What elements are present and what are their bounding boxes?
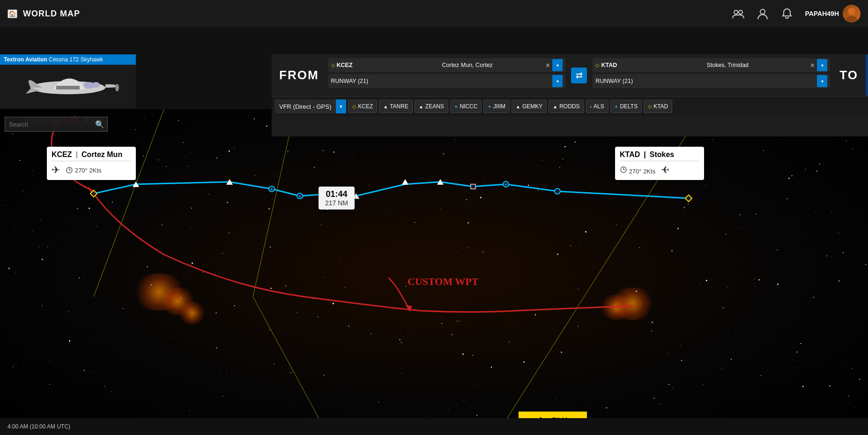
current-time: 4:00 AM (10:00 AM UTC) xyxy=(7,423,70,430)
from-inputs-group: ◇ KCEZ Cortez Mun, Cortez ✕ ▾ RUNWAY (21… xyxy=(326,54,568,96)
waypoint-delts-button[interactable]: + DELTS xyxy=(610,100,642,113)
aircraft-model: Cessna 172 Skyhawk xyxy=(49,56,103,63)
top-nav-bar: 🏠 WORLD MAP PAPAH49H xyxy=(0,0,868,27)
from-clear-button[interactable]: ✕ xyxy=(545,62,550,69)
from-runway-row: RUNWAY (21) ▾ xyxy=(328,74,566,88)
depart-icon: ✈ xyxy=(52,164,60,176)
to-inputs-group: ◇ KTAD Stokes, Trinidad ✕ ▾ RUNWAY (21) … xyxy=(591,54,832,96)
map-search-input[interactable] xyxy=(5,121,91,128)
notifications-button[interactable] xyxy=(780,7,794,20)
user-profile[interactable]: PAPAH49H xyxy=(805,5,861,22)
to-airport-dropdown[interactable]: ▾ xyxy=(817,59,827,71)
community-button[interactable] xyxy=(732,7,745,20)
aircraft-image xyxy=(0,65,136,108)
vfr-selector: VFR (Direct - GPS) ▾ xyxy=(274,99,346,113)
to-airport-input-row: ◇ KTAD Stokes, Trinidad ✕ ▾ xyxy=(593,58,830,72)
ete-time: 01:44 xyxy=(325,189,348,199)
waypoint-als-button[interactable]: ▪ ALS xyxy=(586,100,608,113)
map-ktad-marker[interactable] xyxy=(686,195,691,201)
home-icon: 🏠 xyxy=(8,10,16,17)
to-runway-dropdown[interactable]: ▾ xyxy=(817,75,827,87)
map-niccc-marker[interactable]: + xyxy=(268,186,275,192)
username-label: PAPAH49H xyxy=(805,10,839,17)
jiiim-plus-icon: + xyxy=(488,103,491,110)
niccc-plus-icon: + xyxy=(454,103,458,110)
map-delts-marker[interactable]: + xyxy=(503,181,509,188)
to-label: TO xyxy=(832,68,866,82)
ktad-popup-code: KTAD xyxy=(620,150,640,159)
waypoint-rodds-button[interactable]: ▲ RODDS xyxy=(549,100,584,113)
rodds-triangle-icon: ▲ xyxy=(553,104,557,109)
map-search-bar: 🔍 xyxy=(5,117,108,132)
from-airport-dropdown[interactable]: ▾ xyxy=(552,59,563,71)
map-search-button[interactable]: 🔍 xyxy=(91,120,108,129)
flight-conditions-panel: FLIGHT CONDITIONS ☀ xyxy=(866,54,868,96)
ktad-wind: 270° 2Kts xyxy=(620,166,655,175)
kcez-diamond-icon: ◇ xyxy=(352,104,356,110)
map-area[interactable]: AT LONG 9.9N, 9.9W CUSTOM WPT + + xyxy=(0,109,868,435)
waypoint-jiiim-button[interactable]: + JIIIM xyxy=(483,100,510,113)
svg-rect-9 xyxy=(56,86,80,90)
svg-line-11 xyxy=(253,297,328,435)
home-button[interactable]: 🏠 xyxy=(7,9,17,18)
waypoint-ktad-button[interactable]: ◇ KTAD xyxy=(644,100,672,113)
map-custom-wpt-marker[interactable] xyxy=(402,179,408,185)
aircraft-brand: Textron Aviation xyxy=(4,56,47,63)
from-airport-icon: ◇ xyxy=(331,62,335,68)
ete-info-popup: 01:44 217 NM xyxy=(319,187,355,210)
svg-point-3 xyxy=(848,8,855,15)
svg-line-10 xyxy=(253,109,295,297)
map-rodds-marker[interactable] xyxy=(437,179,444,185)
to-runway-row: RUNWAY (21) ▾ xyxy=(593,74,830,88)
from-label: FROM xyxy=(272,68,326,82)
arrive-icon: ✈ xyxy=(661,164,669,176)
waypoint-kcez-button[interactable]: ◇ KCEZ xyxy=(348,100,377,113)
to-airport-code: KTAD xyxy=(601,62,703,68)
svg-point-2 xyxy=(760,9,765,14)
kcez-popup-name: Cortez Mun xyxy=(82,150,122,159)
vfr-dropdown-button[interactable]: ▾ xyxy=(336,99,346,113)
map-tanre-marker[interactable] xyxy=(133,181,139,187)
ktad-info-popup: KTAD | Stokes 270° 2Kts ✈ xyxy=(615,147,704,180)
map-jiiim-marker[interactable]: + xyxy=(297,193,303,199)
tanre-triangle-icon: ▲ xyxy=(383,104,388,109)
svg-point-6 xyxy=(115,84,119,91)
kcez-info-popup: KCEZ | Cortez Mun ✈ 270° 2Kts xyxy=(47,147,136,180)
aircraft-label: Textron Aviation Cessna 172 Skyhawk xyxy=(0,54,136,65)
map-zeans-marker[interactable] xyxy=(226,179,233,185)
nav-icons-group: PAPAH49H xyxy=(732,5,861,22)
ktad-popup-name: Stokes xyxy=(650,150,674,159)
als-square-icon: ▪ xyxy=(590,104,592,109)
from-runway-text: RUNWAY (21) xyxy=(331,78,551,84)
swap-area: ⇄ xyxy=(567,54,591,96)
waypoint-gemky-button[interactable]: ▲ GEMKY xyxy=(512,100,547,113)
map-kcez-marker[interactable] xyxy=(91,191,96,196)
to-runway-text: RUNWAY (21) xyxy=(595,78,815,84)
to-clear-button[interactable]: ✕ xyxy=(810,62,815,69)
svg-point-0 xyxy=(734,10,738,14)
map-als-marker[interactable] xyxy=(470,184,476,189)
ete-distance: 217 NM xyxy=(325,199,348,207)
waypoint-niccc-button[interactable]: + NICCC xyxy=(450,100,482,113)
avatar xyxy=(843,5,861,22)
bottom-time-bar: 4:00 AM (10:00 AM UTC) xyxy=(0,418,868,435)
svg-line-14 xyxy=(94,109,164,297)
map-mid-marker-2 xyxy=(554,188,561,195)
delts-plus-icon: + xyxy=(615,103,618,110)
profile-button[interactable] xyxy=(756,7,769,20)
swap-airports-button[interactable]: ⇄ xyxy=(571,68,587,83)
vfr-mode-display: VFR (Direct - GPS) xyxy=(274,99,336,113)
zeans-triangle-icon: ▲ xyxy=(419,104,423,109)
gemky-triangle-icon: ▲ xyxy=(516,104,520,109)
svg-point-1 xyxy=(739,10,742,14)
waypoint-tanre-button[interactable]: ▲ TANRE xyxy=(379,100,413,113)
kcez-popup-code: KCEZ xyxy=(52,150,72,159)
ktad-diamond-icon: ◇ xyxy=(648,104,652,110)
page-title: WORLD MAP xyxy=(23,9,726,19)
svg-point-4 xyxy=(846,16,857,22)
from-airport-code: KCEZ xyxy=(337,62,438,68)
from-runway-dropdown[interactable]: ▾ xyxy=(552,75,563,87)
kcez-wind: 270° 2Kts xyxy=(66,166,102,174)
waypoint-zeans-button[interactable]: ▲ ZEANS xyxy=(415,100,448,113)
from-airport-input-row: ◇ KCEZ Cortez Mun, Cortez ✕ ▾ xyxy=(328,58,566,72)
